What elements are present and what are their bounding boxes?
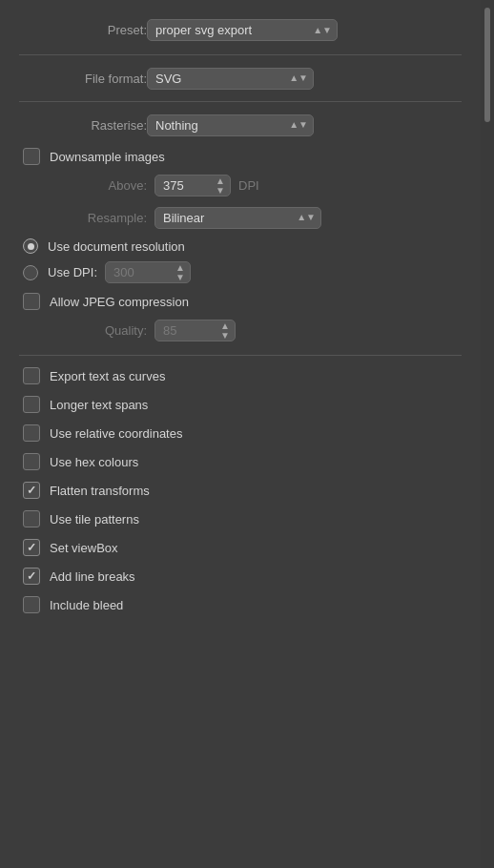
checkbox-relative-coords[interactable] <box>23 424 40 442</box>
downsample-checkbox[interactable] <box>23 148 40 165</box>
checkbox-label-tile-patterns: Use tile patterns <box>50 512 139 527</box>
checkbox-line-breaks[interactable] <box>23 568 40 585</box>
checkbox-row-export-text: Export text as curves <box>0 362 481 390</box>
rasterise-label: Rasterise: <box>23 118 147 133</box>
checkbox-row-include-bleed: Include bleed <box>0 590 481 619</box>
checkbox-label-set-viewbox: Set viewBox <box>50 541 118 555</box>
rasterise-select[interactable]: Nothing <box>147 114 314 136</box>
use-dpi-label: Use DPI: <box>48 265 97 279</box>
downsample-row: Downsample images <box>0 142 481 171</box>
allow-jpeg-label: Allow JPEG compression <box>50 295 189 309</box>
separator-3 <box>19 355 462 356</box>
checkbox-row-line-breaks: Add line breaks <box>0 562 481 590</box>
checkbox-tile-patterns[interactable] <box>23 510 40 527</box>
checkbox-row-hex-colours: Use hex colours <box>0 447 481 476</box>
downsample-label: Downsample images <box>50 150 165 164</box>
allow-jpeg-checkbox[interactable] <box>23 293 40 310</box>
preset-label: Preset: <box>23 23 147 37</box>
preset-dropdown-wrapper: proper svg export ▲▼ <box>147 19 338 41</box>
checkbox-label-hex-colours: Use hex colours <box>50 455 138 469</box>
file-format-label: File format: <box>23 72 147 86</box>
quality-select[interactable]: 85 <box>154 320 236 341</box>
checkbox-row-relative-coords: Use relative coordinates <box>0 419 481 447</box>
checkbox-longer-text[interactable] <box>23 396 40 413</box>
separator-1 <box>19 54 462 55</box>
allow-jpeg-row: Allow JPEG compression <box>0 287 481 316</box>
resample-dropdown-wrapper: Bilinear ▲▼ <box>154 207 321 229</box>
quality-wrapper: 85 ▲▼ <box>154 320 236 341</box>
resample-select[interactable]: Bilinear <box>154 207 321 229</box>
scrollbar-thumb[interactable] <box>484 8 490 122</box>
dpi-value-wrapper: ▲▼ <box>105 261 191 283</box>
checkboxes-container: Export text as curvesLonger text spansUs… <box>0 362 481 619</box>
above-dpi-unit: DPI <box>238 178 259 193</box>
checkbox-label-export-text: Export text as curves <box>50 369 165 383</box>
use-dpi-row: Use DPI: ▲▼ <box>0 258 481 287</box>
scrollbar[interactable] <box>481 0 494 868</box>
checkbox-label-line-breaks: Add line breaks <box>50 569 135 584</box>
checkbox-label-longer-text: Longer text spans <box>50 398 148 412</box>
above-select[interactable]: 375 <box>154 175 231 196</box>
checkbox-row-tile-patterns: Use tile patterns <box>0 505 481 533</box>
use-document-resolution-radio[interactable] <box>23 238 38 254</box>
preset-row: Preset: proper svg export ▲▼ <box>0 11 481 49</box>
file-format-dropdown-wrapper: SVG ▲▼ <box>147 68 314 90</box>
use-document-resolution-label: Use document resolution <box>48 239 185 254</box>
checkbox-include-bleed[interactable] <box>23 596 40 613</box>
use-document-resolution-row: Use document resolution <box>0 235 481 258</box>
checkbox-flatten-transforms[interactable] <box>23 482 40 499</box>
resample-label: Resample: <box>23 211 147 225</box>
checkbox-row-set-viewbox: Set viewBox <box>0 533 481 562</box>
above-row: Above: 375 ▲▼ DPI <box>0 171 481 200</box>
rasterise-row: Rasterise: Nothing ▲▼ <box>0 108 481 142</box>
checkbox-label-relative-coords: Use relative coordinates <box>50 426 182 441</box>
quality-label: Quality: <box>23 323 147 338</box>
checkbox-hex-colours[interactable] <box>23 453 40 470</box>
checkbox-set-viewbox[interactable] <box>23 539 40 556</box>
checkbox-row-longer-text: Longer text spans <box>0 390 481 419</box>
file-format-row: File format: SVG ▲▼ <box>0 61 481 95</box>
checkbox-label-include-bleed: Include bleed <box>50 598 123 612</box>
rasterise-dropdown-wrapper: Nothing ▲▼ <box>147 114 314 136</box>
above-stepper-wrapper: 375 ▲▼ <box>154 175 231 196</box>
dpi-input[interactable] <box>105 261 191 283</box>
separator-2 <box>19 101 462 102</box>
checkbox-export-text[interactable] <box>23 367 40 384</box>
use-dpi-radio[interactable] <box>23 265 38 280</box>
file-format-select[interactable]: SVG <box>147 68 314 90</box>
resample-row: Resample: Bilinear ▲▼ <box>0 200 481 235</box>
checkbox-label-flatten-transforms: Flatten transforms <box>50 484 150 498</box>
quality-row: Quality: 85 ▲▼ <box>0 316 481 345</box>
preset-select[interactable]: proper svg export <box>147 19 338 41</box>
above-label: Above: <box>23 178 147 193</box>
checkbox-row-flatten-transforms: Flatten transforms <box>0 476 481 505</box>
